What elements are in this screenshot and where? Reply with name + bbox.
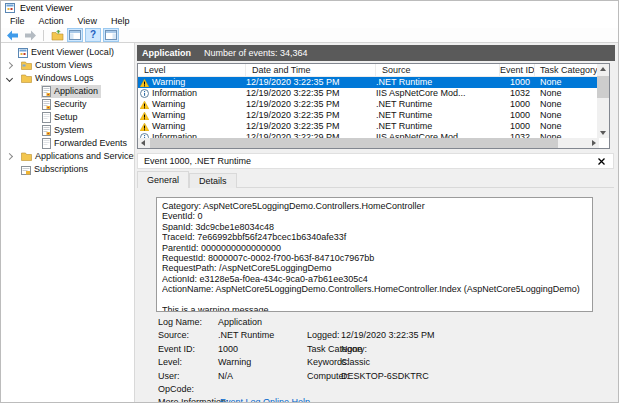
general-tab-content: Category: AspNetCore5LoggingDemo.Control… xyxy=(137,187,614,402)
event-message-box[interactable]: Category: AspNetCore5LoggingDemo.Control… xyxy=(156,197,593,312)
tree-item-application[interactable]: Application xyxy=(1,85,134,98)
keywords-value: Classic xyxy=(341,356,370,369)
user-value: N/A xyxy=(218,370,233,383)
event-row[interactable]: Warning 12/19/2020 3:22:35 PM .NET Runti… xyxy=(138,99,599,110)
menu-help[interactable]: Help xyxy=(104,15,137,28)
tree-item-label: Event Viewer (Local) xyxy=(31,46,114,59)
tree-item-subscriptions[interactable]: Subscriptions xyxy=(1,163,134,176)
event-log-icon xyxy=(42,125,51,136)
horizontal-scrollbar[interactable] xyxy=(138,138,599,148)
tree-item-windows-logs[interactable]: Windows Logs xyxy=(1,72,134,85)
chevron-right-icon[interactable] xyxy=(6,62,13,69)
show-hide-action-pane-button[interactable] xyxy=(103,28,119,42)
event-detail-title: Event 1000, .NET Runtime xyxy=(144,156,595,166)
warning-icon xyxy=(140,112,149,120)
log-file-icon xyxy=(42,112,51,123)
level-text: Warning xyxy=(152,110,185,121)
source-text: .NET Runtime xyxy=(376,77,500,88)
horizontal-scrollbar-thumb[interactable] xyxy=(150,138,558,148)
tree-item-event-viewer-local[interactable]: Event Viewer (Local) xyxy=(1,46,134,59)
chevron-down-icon[interactable] xyxy=(6,75,13,82)
tree-item-applications-and-services-logs[interactable]: Applications and Services Logs xyxy=(1,150,134,163)
tree-item-system[interactable]: System xyxy=(1,124,134,137)
tree-item-label: Forwarded Events xyxy=(54,137,127,150)
menu-action[interactable]: Action xyxy=(32,15,71,28)
warning-icon xyxy=(140,123,149,131)
datetime-text: 12/19/2020 3:22:35 PM xyxy=(246,77,376,88)
tab-general[interactable]: General xyxy=(137,171,189,188)
vertical-scrollbar-thumb[interactable] xyxy=(597,76,609,98)
back-button[interactable] xyxy=(4,28,20,42)
event-row[interactable]: Warning 12/19/2020 3:22:35 PM .NET Runti… xyxy=(138,121,599,132)
column-header-event-id[interactable]: Event ID xyxy=(500,64,535,76)
level-text: Warning xyxy=(152,77,185,88)
more-information-label: More Information: xyxy=(158,396,229,403)
console-tree-icon xyxy=(69,30,81,40)
results-header-bar: Application Number of events: 34,364 xyxy=(137,45,615,61)
scroll-left-arrow-icon[interactable] xyxy=(141,140,145,146)
toolbar-separator xyxy=(43,30,44,41)
message-line: ActionName: AspNetCore5LoggingDemo.Contr… xyxy=(162,284,587,294)
opcode-label: OpCode: xyxy=(158,383,194,396)
logged-value: 12/19/2020 3:22:35 PM xyxy=(341,329,435,342)
datetime-text: 12/19/2020 3:22:35 PM xyxy=(246,99,376,110)
help-button[interactable]: ? xyxy=(85,28,101,42)
subscriptions-icon xyxy=(21,165,31,175)
event-id-label: Event ID: xyxy=(158,343,195,356)
source-text: .NET Runtime xyxy=(376,99,500,110)
vertical-scrollbar[interactable] xyxy=(597,64,609,138)
task-category-value: None xyxy=(341,343,363,356)
menu-view[interactable]: View xyxy=(71,15,104,28)
datetime-text: 12/19/2020 3:22:35 PM xyxy=(246,88,376,99)
event-row[interactable]: Information 12/19/2020 3:22:35 PM IIS As… xyxy=(138,88,599,99)
scroll-right-arrow-icon[interactable] xyxy=(592,140,596,146)
event-row[interactable]: Warning 12/19/2020 3:22:35 PM .NET Runti… xyxy=(138,110,599,121)
log-name-label: Log Name: xyxy=(158,316,202,329)
scroll-up-arrow-icon[interactable] xyxy=(600,67,606,71)
column-header-source[interactable]: Source xyxy=(376,64,500,76)
tab-details[interactable]: Details xyxy=(189,173,237,188)
titlebar: Event Viewer xyxy=(1,1,618,15)
task-category-text: None xyxy=(535,99,598,110)
toolbar: ? xyxy=(1,28,618,43)
open-saved-log-button[interactable] xyxy=(49,28,65,42)
computer-value: DESKTOP-6SDKTRC xyxy=(341,370,429,383)
scroll-down-arrow-icon[interactable] xyxy=(600,131,606,135)
message-line: ActionId: e3128e5a-f0ea-434c-9ca0-a7b61e… xyxy=(162,274,587,284)
task-category-text: None xyxy=(535,110,598,121)
event-id-text: 1000 xyxy=(500,110,535,121)
column-header-task-category[interactable]: Task Category xyxy=(535,64,598,76)
event-log-online-help-link[interactable]: Event Log Online Help xyxy=(220,396,310,403)
tree-item-custom-views[interactable]: Custom Views xyxy=(1,59,134,72)
folder-arrow-icon xyxy=(51,30,64,41)
level-label: Level: xyxy=(158,356,182,369)
tree-item-label: Application xyxy=(54,85,98,98)
menu-file[interactable]: File xyxy=(3,15,32,28)
folder-icon xyxy=(21,152,32,161)
message-line: This is a warning message xyxy=(162,305,587,312)
log-file-icon xyxy=(42,138,51,149)
show-hide-console-tree-button[interactable] xyxy=(67,28,83,42)
event-row-selected[interactable]: Warning 12/19/2020 3:22:35 PM .NET Runti… xyxy=(138,77,599,88)
close-button[interactable] xyxy=(595,155,607,167)
user-label: User: xyxy=(158,370,180,383)
tree-item-security[interactable]: Security xyxy=(1,98,134,111)
menubar: File Action View Help xyxy=(1,15,618,28)
column-header-date-and-time[interactable]: Date and Time xyxy=(246,64,376,76)
warning-icon xyxy=(140,79,149,87)
column-header-level[interactable]: Level xyxy=(138,64,246,76)
tree-item-forwarded-events[interactable]: Forwarded Events xyxy=(1,137,134,150)
event-properties: Log Name: Application Source: .NET Runti… xyxy=(158,316,604,403)
information-icon xyxy=(140,89,149,98)
message-line xyxy=(162,295,587,305)
level-text: Warning xyxy=(152,99,185,110)
folder-icon xyxy=(21,61,32,70)
task-category-text: None xyxy=(535,77,598,88)
event-detail-header: Event 1000, .NET Runtime xyxy=(137,153,614,169)
forward-button[interactable] xyxy=(22,28,38,42)
tree-item-label: Subscriptions xyxy=(34,163,88,176)
event-id-text: 1000 xyxy=(500,77,535,88)
chevron-right-icon[interactable] xyxy=(6,153,13,160)
tree-item-setup[interactable]: Setup xyxy=(1,111,134,124)
source-text: .NET Runtime xyxy=(376,121,500,132)
